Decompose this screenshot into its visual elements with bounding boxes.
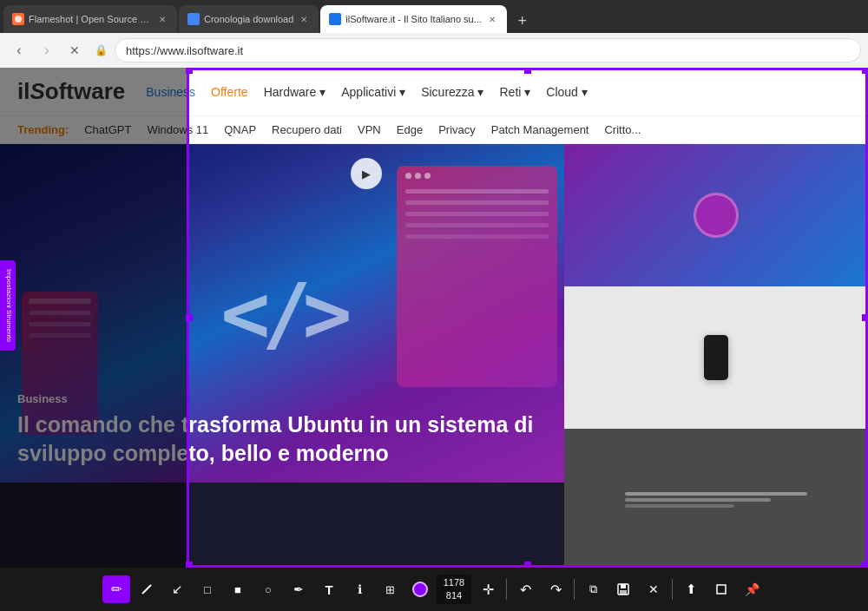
browser-chrome: Flameshot | Open Source Scree... ✕ Crono… xyxy=(0,0,868,68)
tab-download[interactable]: Cronologia download ✕ xyxy=(179,5,319,33)
toolbar-separator-3 xyxy=(672,579,673,600)
circle-tool[interactable]: ○ xyxy=(254,575,282,603)
flameshot-toolbar: ✏ ↙ □ ■ ○ ✒ T ℹ ⊞ 1178 814 ✛ ↶ ↷ ⧉ xyxy=(0,568,868,611)
tab-title-1: Flameshot | Open Source Scree... xyxy=(29,14,152,24)
arrow-tool[interactable]: ↙ xyxy=(163,575,191,603)
trending-qnap[interactable]: QNAP xyxy=(224,123,256,136)
nav-cloud[interactable]: Cloud ▾ xyxy=(546,85,587,99)
tab-title-2: Cronologia download xyxy=(204,14,293,24)
svg-rect-4 xyxy=(717,585,726,594)
nav-hardware[interactable]: Hardware ▾ xyxy=(264,85,326,99)
back-button[interactable]: ‹ xyxy=(7,38,31,62)
phone-icon xyxy=(704,335,728,380)
svg-line-0 xyxy=(142,585,151,594)
reload-button[interactable]: ✕ xyxy=(62,38,87,62)
browser-toolbar: ‹ › ✕ 🔒 xyxy=(0,33,868,68)
crop-button[interactable] xyxy=(707,575,735,603)
right-sidebar-thumbs xyxy=(564,144,868,568)
tab-close-3[interactable]: ✕ xyxy=(486,13,498,25)
sidebar-thumb-2[interactable] xyxy=(564,286,868,429)
text-tool[interactable]: T xyxy=(315,575,343,603)
redo-button[interactable]: ↷ xyxy=(542,575,569,603)
side-panel-label: Impostazioni Strumento xyxy=(5,269,13,342)
svg-rect-3 xyxy=(620,590,627,595)
save-button[interactable] xyxy=(609,575,637,603)
new-tab-button[interactable]: + xyxy=(510,9,535,33)
security-icon[interactable]: 🔒 xyxy=(90,40,111,61)
move-tool[interactable]: ✛ xyxy=(474,575,502,603)
tab-close-1[interactable]: ✕ xyxy=(156,13,168,25)
forward-button[interactable]: › xyxy=(35,38,59,62)
tab-favicon-2 xyxy=(187,13,200,25)
nav-applicativi[interactable]: Applicativi ▾ xyxy=(341,85,405,99)
rectangle-tool[interactable]: □ xyxy=(194,575,221,603)
trending-edge[interactable]: Edge xyxy=(397,123,423,136)
pin-button[interactable]: 📌 xyxy=(738,575,766,603)
sidebar-circle xyxy=(694,193,739,238)
tab-favicon-3 xyxy=(329,13,341,25)
dark-overlay-left xyxy=(0,68,187,568)
sidebar-thumb-3[interactable] xyxy=(564,429,868,568)
tab-close-2[interactable]: ✕ xyxy=(298,13,310,25)
pixelate-tool[interactable]: ⊞ xyxy=(376,575,404,603)
undo-button[interactable]: ↶ xyxy=(511,575,539,603)
nav-offerte[interactable]: Offerte xyxy=(211,85,248,99)
side-tool-panel[interactable]: Impostazioni Strumento xyxy=(0,260,16,351)
toolbar-separator-1 xyxy=(506,579,507,600)
trending-privacy[interactable]: Privacy xyxy=(438,123,476,136)
color-picker[interactable] xyxy=(406,575,434,603)
tab-ilsoftware[interactable]: ilSoftware.it - Il Sito Italiano su... ✕ xyxy=(320,5,507,33)
copy-button[interactable]: ⧉ xyxy=(579,575,607,603)
trending-patch[interactable]: Patch Management xyxy=(491,123,589,136)
trending-recupero[interactable]: Recupero dati xyxy=(272,123,342,136)
tab-bar: Flameshot | Open Source Scree... ✕ Crono… xyxy=(0,0,868,33)
coordinates-display: 1178 814 xyxy=(437,575,471,605)
info-tool[interactable]: ℹ xyxy=(345,575,373,603)
play-button[interactable]: ▶ xyxy=(351,158,382,189)
tab-favicon-1 xyxy=(12,13,24,25)
trending-critto[interactable]: Critto... xyxy=(604,123,641,136)
toolbar-separator-2 xyxy=(574,579,575,600)
trending-vpn[interactable]: VPN xyxy=(358,123,381,136)
nav-reti[interactable]: Reti ▾ xyxy=(500,85,531,99)
filled-rect-tool[interactable]: ■ xyxy=(224,575,252,603)
line-tool[interactable] xyxy=(133,575,161,603)
close-button[interactable]: ✕ xyxy=(640,575,667,603)
svg-rect-2 xyxy=(621,584,626,588)
sidebar-thumb-1[interactable] xyxy=(564,144,868,286)
nav-sicurezza[interactable]: Sicurezza ▾ xyxy=(421,85,483,99)
marker-tool[interactable]: ✒ xyxy=(285,575,312,603)
tab-title-3: ilSoftware.it - Il Sito Italiano su... xyxy=(345,14,482,24)
tab-flameshot[interactable]: Flameshot | Open Source Scree... ✕ xyxy=(3,5,177,33)
site-nav: Business Offerte Hardware ▾ Applicativi … xyxy=(146,85,588,99)
pencil-tool[interactable]: ✏ xyxy=(102,575,130,603)
upload-button[interactable]: ⬆ xyxy=(677,575,705,603)
address-bar[interactable] xyxy=(115,38,861,62)
